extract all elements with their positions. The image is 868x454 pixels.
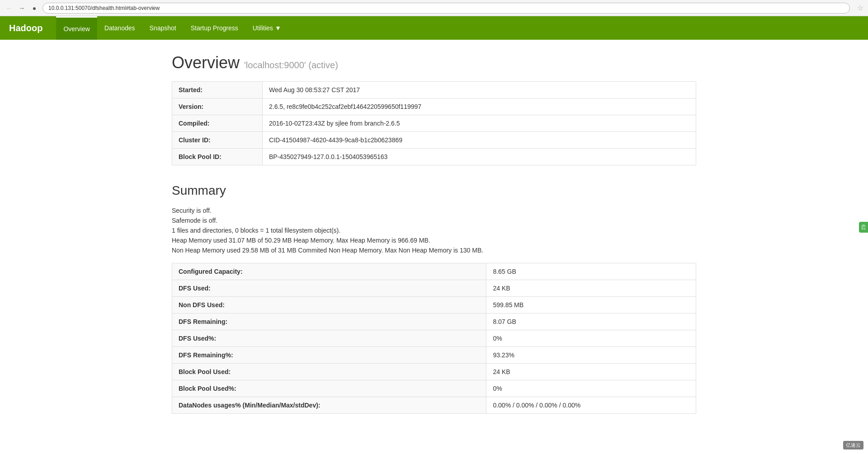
summary-label: DFS Remaining%: — [172, 347, 486, 364]
nav-datanodes[interactable]: Datanodes — [97, 16, 142, 40]
summary-value: 24 KB — [486, 364, 696, 380]
summary-value: 0% — [486, 330, 696, 347]
browser-chrome: ← → ● 10.0.0.131:50070/dfshealth.html#ta… — [0, 0, 868, 16]
info-label: Cluster ID: — [172, 132, 263, 149]
side-widget[interactable]: 62 — [859, 221, 868, 232]
summary-value: 0.00% / 0.00% / 0.00% / 0.00% — [486, 397, 696, 414]
info-value: 2.6.5, re8c9fe0b4c252caf2ebf146422059965… — [263, 98, 696, 115]
info-value: Wed Aug 30 08:53:27 CST 2017 — [263, 82, 696, 98]
summary-label: DFS Used%: — [172, 330, 486, 347]
info-table: Started: Wed Aug 30 08:53:27 CST 2017 Ve… — [172, 81, 696, 165]
summary-row: DataNodes usages% (Min/Median/Max/stdDev… — [172, 397, 696, 414]
info-label: Version: — [172, 98, 263, 115]
nav-startup-progress[interactable]: Startup Progress — [184, 16, 245, 40]
back-button[interactable]: ← — [5, 4, 14, 13]
forward-button[interactable]: → — [17, 4, 26, 13]
summary-row: DFS Used: 24 KB — [172, 280, 696, 297]
main-content: Overview 'localhost:9000' (active) Start… — [163, 53, 705, 414]
summary-value: 8.07 GB — [486, 314, 696, 330]
summary-value: 599.85 MB — [486, 297, 696, 314]
info-value: CID-41504987-4620-4439-9ca8-b1c2b0623869 — [263, 132, 696, 149]
summary-text-item: Security is off. — [172, 207, 696, 214]
info-row: Version: 2.6.5, re8c9fe0b4c252caf2ebf146… — [172, 98, 696, 115]
utilities-label: Utilities — [253, 24, 273, 32]
summary-text-item: Safemode is off. — [172, 217, 696, 224]
info-label: Compiled: — [172, 115, 263, 132]
summary-value: 93.23% — [486, 347, 696, 364]
summary-label: Block Pool Used: — [172, 364, 486, 380]
summary-label: DataNodes usages% (Min/Median/Max/stdDev… — [172, 397, 486, 414]
info-label: Block Pool ID: — [172, 149, 263, 165]
summary-value: 24 KB — [486, 280, 696, 297]
summary-label: DFS Remaining: — [172, 314, 486, 330]
summary-row: Block Pool Used: 24 KB — [172, 364, 696, 380]
info-label: Started: — [172, 82, 263, 98]
summary-text-item: Heap Memory used 31.07 MB of 50.29 MB He… — [172, 237, 696, 244]
nav-overview[interactable]: Overview — [56, 16, 97, 40]
summary-label: Configured Capacity: — [172, 263, 486, 280]
summary-label: Block Pool Used%: — [172, 380, 486, 397]
info-row: Block Pool ID: BP-435027949-127.0.0.1-15… — [172, 149, 696, 165]
summary-text-item: Non Heap Memory used 29.58 MB of 31 MB C… — [172, 247, 696, 254]
bookmark-icon[interactable]: ☆ — [857, 4, 863, 12]
summary-texts: Security is off.Safemode is off.1 files … — [172, 207, 696, 254]
summary-table: Configured Capacity: 8.65 GB DFS Used: 2… — [172, 263, 696, 414]
page-subtitle: 'localhost:9000' (active) — [244, 60, 338, 70]
summary-row: DFS Remaining%: 93.23% — [172, 347, 696, 364]
summary-row: DFS Used%: 0% — [172, 330, 696, 347]
summary-row: Configured Capacity: 8.65 GB — [172, 263, 696, 280]
chevron-down-icon: ▼ — [275, 24, 281, 32]
info-value: 2016-10-02T23:43Z by sjlee from branch-2… — [263, 115, 696, 132]
summary-text-item: 1 files and directories, 0 blocks = 1 to… — [172, 227, 696, 234]
summary-value: 0% — [486, 380, 696, 397]
navbar: Hadoop Overview Datanodes Snapshot Start… — [0, 16, 868, 40]
info-row: Cluster ID: CID-41504987-4620-4439-9ca8-… — [172, 132, 696, 149]
nav-snapshot[interactable]: Snapshot — [142, 16, 184, 40]
refresh-button[interactable]: ● — [30, 4, 39, 13]
nav-utilities[interactable]: Utilities ▼ — [245, 16, 288, 40]
info-value: BP-435027949-127.0.0.1-1504053965163 — [263, 149, 696, 165]
info-row: Started: Wed Aug 30 08:53:27 CST 2017 — [172, 82, 696, 98]
summary-row: Block Pool Used%: 0% — [172, 380, 696, 397]
summary-value: 8.65 GB — [486, 263, 696, 280]
info-row: Compiled: 2016-10-02T23:43Z by sjlee fro… — [172, 115, 696, 132]
summary-row: DFS Remaining: 8.07 GB — [172, 314, 696, 330]
summary-label: Non DFS Used: — [172, 297, 486, 314]
summary-title: Summary — [172, 183, 696, 198]
brand-logo: Hadoop — [9, 23, 52, 33]
url-bar[interactable]: 10.0.0.131:50070/dfshealth.html#tab-over… — [42, 3, 850, 14]
summary-label: DFS Used: — [172, 280, 486, 297]
summary-row: Non DFS Used: 599.85 MB — [172, 297, 696, 314]
page-title: Overview 'localhost:9000' (active) — [172, 53, 696, 72]
